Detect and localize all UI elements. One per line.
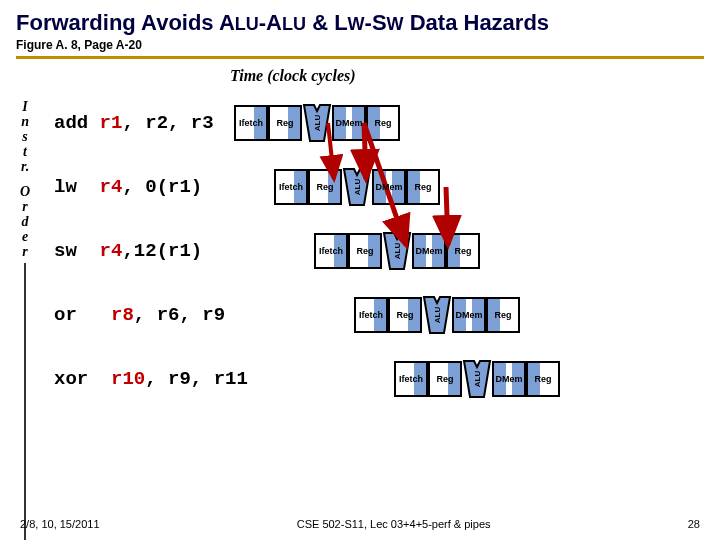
slide-title: Forwarding Avoids ALU-ALU & LW-SW Data H… xyxy=(0,0,720,38)
footer-page-number: 28 xyxy=(688,518,700,530)
time-axis-label: Time (clock cycles) xyxy=(0,67,720,85)
stage-box: DMem xyxy=(412,233,446,269)
stage-box: Ifetch xyxy=(274,169,308,205)
stage-box: Reg xyxy=(428,361,462,397)
stage-box: DMem xyxy=(492,361,526,397)
instruction-row: add r1, r2, r3 Ifetch Reg ALU DMem Reg xyxy=(54,95,714,151)
footer-course: CSE 502-S11, Lec 03+4+5-perf & pipes xyxy=(297,518,491,530)
instruction-row: lw r4, 0(r1) Ifetch Reg ALU DMem Reg xyxy=(54,159,714,215)
instr-order-axis: I n s t r. O r d e r xyxy=(20,99,30,540)
pipeline-stages: Ifetch Reg ALU DMem Reg xyxy=(354,295,520,335)
alu-icon: ALU xyxy=(462,359,492,399)
pipeline-stages: Ifetch Reg ALU DMem Reg xyxy=(234,103,400,143)
stage-box: Reg xyxy=(268,105,302,141)
stage-box: Reg xyxy=(308,169,342,205)
pipeline-stages: Ifetch Reg ALU DMem Reg xyxy=(394,359,560,399)
axis-label-order: O r d e r xyxy=(20,184,30,259)
pipeline-stages: Ifetch Reg ALU DMem Reg xyxy=(314,231,480,271)
instruction-text: or r8, r6, r9 xyxy=(54,304,234,326)
title-rule xyxy=(16,56,704,59)
instruction-text: add r1, r2, r3 xyxy=(54,112,234,134)
alu-icon: ALU xyxy=(422,295,452,335)
instruction-row: sw r4,12(r1) Ifetch Reg ALU DMem Reg xyxy=(54,223,714,279)
pipeline-stages: Ifetch Reg ALU DMem Reg xyxy=(274,167,440,207)
diagram-body: I n s t r. O r d e r add r1, r2, r3 Ifet… xyxy=(0,95,720,455)
alu-icon: ALU xyxy=(302,103,332,143)
axis-arrow-down-icon xyxy=(24,263,26,540)
slide-footer: 2/8, 10, 15/2011 CSE 502-S11, Lec 03+4+5… xyxy=(0,518,720,530)
alu-icon: ALU xyxy=(342,167,372,207)
stage-box: Reg xyxy=(366,105,400,141)
stage-box: Reg xyxy=(388,297,422,333)
stage-box: Reg xyxy=(348,233,382,269)
stage-box: DMem xyxy=(372,169,406,205)
instruction-text: sw r4,12(r1) xyxy=(54,240,234,262)
stage-box: Reg xyxy=(446,233,480,269)
footer-date: 2/8, 10, 15/2011 xyxy=(20,518,100,530)
stage-box: Ifetch xyxy=(354,297,388,333)
stage-box: Reg xyxy=(406,169,440,205)
alu-icon: ALU xyxy=(382,231,412,271)
pipeline-rows: add r1, r2, r3 Ifetch Reg ALU DMem Reg l… xyxy=(54,95,714,415)
stage-box: Reg xyxy=(486,297,520,333)
stage-box: DMem xyxy=(452,297,486,333)
stage-box: Ifetch xyxy=(394,361,428,397)
instruction-text: xor r10, r9, r11 xyxy=(54,368,234,390)
slide-subtitle: Figure A. 8, Page A-20 xyxy=(0,38,720,56)
instruction-row: or r8, r6, r9 Ifetch Reg ALU DMem Reg xyxy=(54,287,714,343)
axis-label-instr: I n s t r. xyxy=(21,99,29,174)
stage-box: Ifetch xyxy=(234,105,268,141)
instruction-row: xor r10, r9, r11 Ifetch Reg ALU DMem Reg xyxy=(54,351,714,407)
stage-box: DMem xyxy=(332,105,366,141)
stage-box: Ifetch xyxy=(314,233,348,269)
stage-box: Reg xyxy=(526,361,560,397)
instruction-text: lw r4, 0(r1) xyxy=(54,176,234,198)
